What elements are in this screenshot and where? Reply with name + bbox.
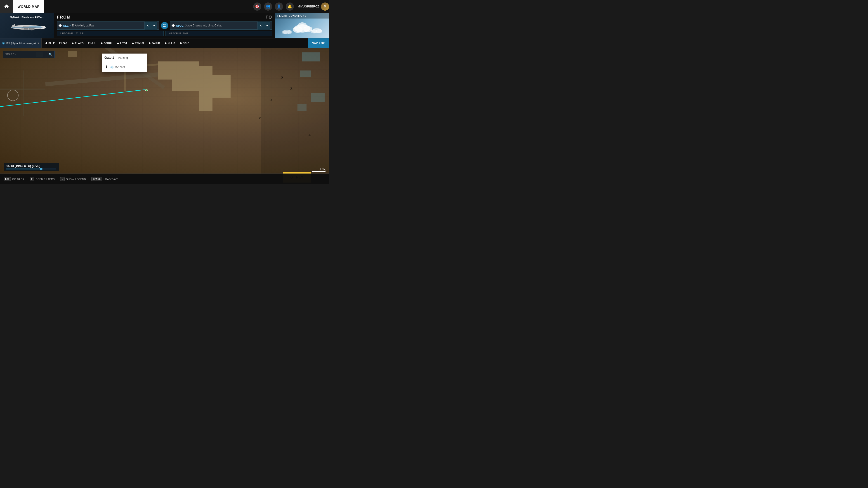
waypoint-kulis[interactable]: KULIS bbox=[163, 40, 177, 46]
to-airborne-status: -AIRBORNE- 70 Ft bbox=[165, 31, 272, 36]
flight-info: FROM TO SLLP El Alto Intl, La Paz ✕ ▼ S bbox=[54, 13, 275, 38]
from-airport-input[interactable]: SLLP El Alto Intl, La Paz ✕ ▼ bbox=[57, 22, 159, 30]
home-button[interactable] bbox=[0, 0, 13, 13]
weather-icon bbox=[280, 21, 325, 36]
header-panel: FlyByWire Simulations A320neo bbox=[0, 13, 329, 38]
svg-marker-19 bbox=[45, 42, 48, 44]
wind-icon: 💨 bbox=[110, 66, 114, 69]
road-2 bbox=[23, 70, 24, 116]
location-marker bbox=[145, 89, 148, 91]
terminal-4 bbox=[213, 75, 230, 98]
top-navigation: WORLD MAP 🎯 👥 👤 🔔 MIYUGREERCZ M bbox=[0, 0, 329, 13]
svg-marker-24 bbox=[117, 42, 119, 44]
svg-marker-28 bbox=[180, 42, 182, 44]
svg-point-4 bbox=[29, 28, 34, 30]
username-label: MIYUGREERCZ bbox=[298, 5, 319, 8]
load-save-label: LOAD/SAVE bbox=[103, 178, 119, 181]
plane-svg bbox=[7, 20, 48, 35]
building-right-3 bbox=[311, 93, 324, 102]
open-filters-key[interactable]: F OPEN FILTERS bbox=[30, 177, 55, 181]
from-airborne-status: -AIRBORNE- 13212 Ft bbox=[57, 31, 164, 36]
map-area[interactable]: Gate 1 Parking ✈ 💨 75° 7Kts ✈ ✈ ✈ ✈ ✈ 🔍 bbox=[0, 48, 329, 173]
time-slider[interactable] bbox=[6, 168, 56, 169]
svg-point-14 bbox=[316, 29, 322, 33]
gate-name: Gate 1 bbox=[104, 56, 114, 59]
waypoint-paluk[interactable]: PALUK bbox=[147, 40, 162, 46]
from-diamond-icon bbox=[59, 24, 62, 27]
time-text: 15:43 (19:43 UTC) (LIVE) bbox=[6, 164, 56, 168]
terminal-1 bbox=[158, 61, 199, 79]
from-clear-button[interactable]: ✕ bbox=[145, 22, 151, 30]
gate-wind-info: 💨 75° 7Kts bbox=[110, 66, 125, 69]
weather-display bbox=[275, 19, 329, 38]
airport-selection-row: SLLP El Alto Intl, La Paz ✕ ▼ SPJC Jorge… bbox=[57, 22, 272, 30]
to-code: SPJC bbox=[176, 24, 184, 27]
world-map-title: WORLD MAP bbox=[13, 0, 44, 13]
svg-marker-25 bbox=[132, 42, 134, 44]
svg-rect-20 bbox=[59, 42, 61, 44]
search-input[interactable] bbox=[3, 51, 55, 58]
from-dropdown-button[interactable]: ▼ bbox=[151, 22, 157, 30]
plane-image bbox=[7, 20, 48, 35]
building-right-1 bbox=[302, 53, 320, 61]
to-dropdown-button[interactable]: ▼ bbox=[264, 22, 270, 30]
waypoint-sllp[interactable]: SLLP bbox=[43, 40, 57, 46]
svg-marker-27 bbox=[164, 42, 167, 44]
route-type-selector[interactable]: IFR (High-altitude airways) ▼ bbox=[0, 38, 41, 48]
nm-scale: 0 NM bbox=[312, 168, 326, 172]
svg-marker-26 bbox=[149, 42, 151, 44]
go-back-key[interactable]: Esc GO BACK bbox=[4, 177, 24, 181]
time-slider-fill bbox=[6, 168, 41, 169]
nav-log-button[interactable]: NAV LOG bbox=[308, 38, 329, 48]
notification-icon-button[interactable]: 🔔 bbox=[286, 2, 294, 11]
plane-preview: FlyByWire Simulations A320neo bbox=[0, 13, 54, 38]
users-icon-button[interactable]: 👥 bbox=[264, 2, 272, 11]
gate-popup: Gate 1 Parking ✈ 💨 75° 7Kts bbox=[102, 54, 147, 72]
right-area bbox=[261, 48, 329, 173]
building-right-4 bbox=[298, 104, 307, 111]
terminal-3 bbox=[199, 66, 213, 111]
flight-conditions-label: FLIGHT CONDITIONS bbox=[275, 13, 329, 19]
waypoints-list: SLLP PAZ ELAKO JUL OPKUL LITOT R bbox=[41, 40, 308, 46]
terminal-2 bbox=[172, 79, 199, 91]
waypoint-remus[interactable]: REMUS bbox=[130, 40, 146, 46]
waypoint-elako[interactable]: ELAKO bbox=[70, 40, 86, 46]
to-clear-button[interactable]: ✕ bbox=[257, 22, 264, 30]
bottom-bar: Esc GO BACK F OPEN FILTERS L SHOW LEGEND… bbox=[0, 173, 329, 184]
avatar: M bbox=[321, 2, 329, 11]
open-filters-label: OPEN FILTERS bbox=[36, 178, 55, 181]
svg-rect-6 bbox=[29, 26, 41, 27]
user-profile[interactable]: MIYUGREERCZ M bbox=[298, 2, 329, 11]
wind-value: 75° 7Kts bbox=[115, 66, 125, 69]
time-slider-thumb[interactable] bbox=[40, 168, 42, 170]
esc-key-badge: Esc bbox=[4, 177, 11, 181]
waypoint-opkul[interactable]: OPKUL bbox=[99, 40, 114, 46]
to-airport-input[interactable]: SPJC Jorge Chavez Intl, Lima-Callao ✕ ▼ bbox=[170, 22, 272, 30]
l-key-badge: L bbox=[60, 177, 65, 181]
building-right-2 bbox=[300, 70, 311, 77]
flight-conditions-panel: FLIGHT CONDITIONS bbox=[275, 13, 329, 38]
from-name: El Alto Intl, La Paz bbox=[72, 24, 145, 27]
waypoint-litot[interactable]: LITOT bbox=[115, 40, 129, 46]
show-legend-key[interactable]: L SHOW LEGEND bbox=[60, 177, 86, 181]
svg-point-11 bbox=[298, 22, 307, 29]
gate-plane-icon: ✈ bbox=[104, 64, 108, 70]
swap-airports-button[interactable] bbox=[161, 22, 168, 29]
svg-rect-7 bbox=[12, 27, 42, 28]
search-icon: 🔍 bbox=[49, 53, 53, 57]
waypoint-paz[interactable]: PAZ bbox=[57, 40, 69, 46]
waypoint-jul[interactable]: JUL bbox=[86, 40, 98, 46]
plane-brand: FlyByWire Simulations A320neo bbox=[10, 16, 44, 19]
target-icon-button[interactable]: 🎯 bbox=[253, 2, 261, 11]
time-display: 15:43 (19:43 UTC) (LIVE) bbox=[4, 163, 59, 171]
map-reference-circle bbox=[7, 90, 19, 101]
nm-label: 0 NM bbox=[320, 168, 326, 170]
to-label: TO bbox=[266, 15, 272, 20]
waypoint-spjc[interactable]: SPJC bbox=[178, 40, 191, 46]
search-box: 🔍 bbox=[3, 51, 55, 58]
user-icon-button[interactable]: 👤 bbox=[275, 2, 283, 11]
go-back-label: GO BACK bbox=[12, 178, 24, 181]
f-key-badge: F bbox=[30, 177, 34, 181]
airborne-status-row: -AIRBORNE- 13212 Ft -AIRBORNE- 70 Ft bbox=[57, 31, 272, 36]
load-save-key[interactable]: SPACE LOAD/SAVE bbox=[91, 177, 119, 181]
